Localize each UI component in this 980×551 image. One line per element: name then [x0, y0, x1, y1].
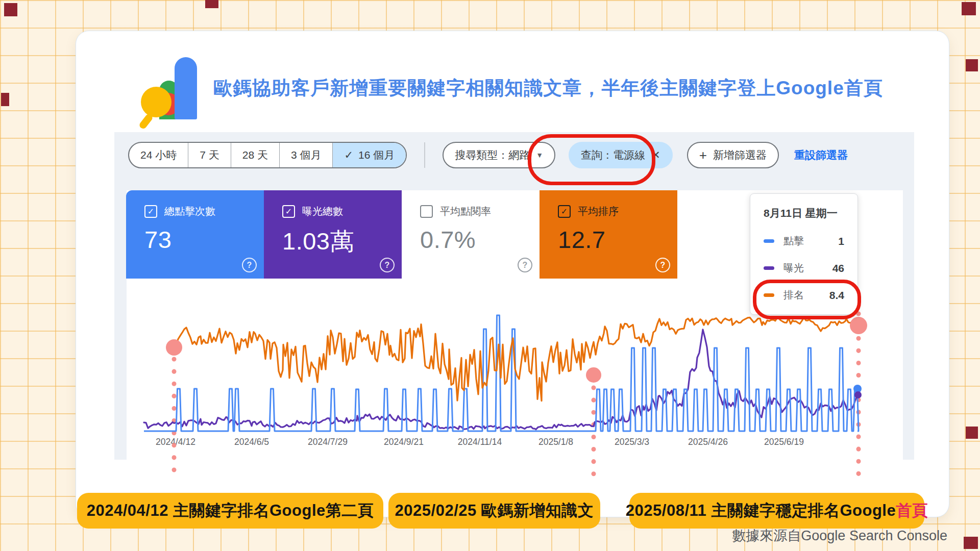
search-type-dropdown[interactable]: 搜尋類型：網路 ▼	[443, 142, 555, 168]
help-icon[interactable]: ?	[380, 258, 395, 272]
checkbox-checked-icon[interactable]: ✓	[558, 205, 571, 218]
tooltip-row-clicks: 點擊 1	[750, 228, 857, 255]
x-tick-label: 2025/4/26	[667, 437, 749, 447]
divider	[424, 142, 425, 168]
annotation-pill-3: 2025/08/11 主關鍵字穩定排名Google首頁	[629, 493, 924, 529]
metric-card-clicks[interactable]: ✓ 總點擊次數 73 ?	[126, 190, 264, 279]
x-tick-label: 2025/3/3	[591, 437, 673, 447]
close-icon[interactable]: ✕	[651, 149, 660, 161]
date-range-group: 24 小時 7 天 28 天 3 個月 ✓ 16 個月	[128, 142, 407, 168]
impressions-dash-icon	[764, 266, 774, 270]
checkbox-unchecked-icon[interactable]	[420, 205, 433, 218]
chart-tooltip: 8月11日 星期一 點擊 1 曝光 46 排名 8.4	[750, 193, 858, 315]
filter-bar: 24 小時 7 天 28 天 3 個月 ✓ 16 個月 搜尋類型：網路 ▼ 查詢	[128, 142, 848, 168]
x-tick-label: 2025/6/19	[743, 437, 825, 447]
range-24h[interactable]: 24 小時	[129, 143, 188, 167]
x-tick-label: 2024/6/5	[211, 437, 292, 447]
check-icon: ✓	[344, 149, 353, 161]
gsc-panel: 24 小時 7 天 28 天 3 個月 ✓ 16 個月 搜尋類型：網路 ▼ 查詢	[114, 132, 914, 460]
checkbox-checked-icon[interactable]: ✓	[282, 205, 295, 218]
range-3mo[interactable]: 3 個月	[279, 143, 333, 167]
slide-background: 歐鎷協助客戶新增重要關鍵字相關知識文章，半年後主關鍵字登上Google首頁 24…	[0, 0, 980, 551]
header: 歐鎷協助客戶新增重要關鍵字相關知識文章，半年後主關鍵字登上Google首頁	[76, 47, 949, 129]
tooltip-date: 8月11日 星期一	[764, 206, 857, 220]
metric-card-ctr[interactable]: 平均點閱率 0.7% ?	[402, 190, 540, 279]
x-tick-label: 2025/1/8	[515, 437, 597, 447]
range-7d[interactable]: 7 天	[188, 143, 231, 167]
chevron-down-icon: ▼	[536, 151, 543, 159]
annotation-pill-1: 2024/04/12 主關鍵字排名Google第二頁	[77, 493, 383, 529]
x-tick-label: 2024/11/14	[439, 437, 521, 447]
query-filter-chip[interactable]: 查詢：電源線 ✕	[569, 142, 673, 168]
metric-value: 12.7	[558, 226, 677, 254]
position-dash-icon	[764, 293, 774, 297]
deco-square	[4, 3, 17, 16]
x-tick-label: 2024/9/21	[363, 437, 445, 447]
plus-icon: +	[699, 147, 707, 163]
x-axis-labels: 2024/4/122024/6/52024/7/292024/9/212024/…	[0, 437, 980, 452]
x-tick-label: 2024/4/12	[135, 437, 216, 447]
range-16mo-selected[interactable]: ✓ 16 個月	[332, 143, 406, 167]
add-filter-button[interactable]: + 新增篩選器	[687, 142, 779, 168]
deco-square	[205, 0, 218, 8]
reset-filters-link[interactable]: 重設篩選器	[794, 148, 848, 162]
metric-card-impressions[interactable]: ✓ 曝光總數 1.03萬 ?	[264, 190, 402, 279]
annotation-pill-2: 2025/02/25 歐鎷新增知識文	[388, 493, 600, 529]
deco-square	[966, 59, 978, 71]
range-28d[interactable]: 28 天	[231, 143, 279, 167]
tooltip-row-impressions: 曝光 46	[750, 255, 857, 282]
google-search-console-logo-icon	[142, 55, 199, 121]
deco-square	[962, 2, 976, 15]
metric-value: 1.03萬	[282, 226, 402, 258]
tooltip-row-position: 排名 8.4	[750, 282, 857, 309]
data-source-note: 數據來源自Google Search Console	[732, 527, 947, 545]
help-icon[interactable]: ?	[518, 258, 532, 272]
metric-value: 73	[144, 226, 264, 254]
deco-square	[1, 93, 9, 106]
clicks-dash-icon	[764, 239, 774, 243]
help-icon[interactable]: ?	[655, 258, 670, 272]
page-title: 歐鎷協助客戶新增重要關鍵字相關知識文章，半年後主關鍵字登上Google首頁	[213, 76, 883, 101]
deco-square	[964, 537, 978, 549]
help-icon[interactable]: ?	[242, 258, 257, 272]
checkbox-checked-icon[interactable]: ✓	[144, 205, 157, 218]
metric-value: 0.7%	[420, 226, 540, 254]
metric-card-position[interactable]: ✓ 平均排序 12.7 ?	[540, 190, 677, 279]
x-tick-label: 2024/7/29	[287, 437, 369, 447]
